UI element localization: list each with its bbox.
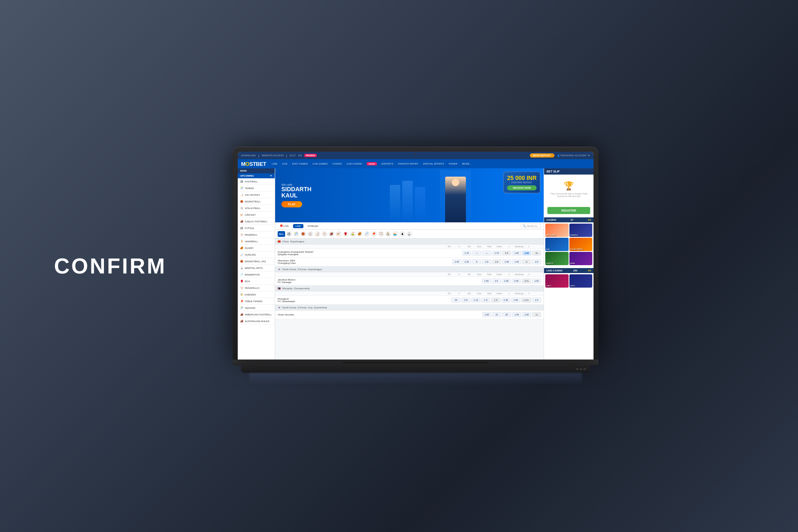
odd-2-w1[interactable]: 2.45 [452, 259, 461, 264]
odd-2-1[interactable]: 1.45 [512, 259, 521, 264]
tab-stream[interactable]: STREAM [305, 224, 320, 228]
sport-icon-badminton[interactable]: 🏸 [364, 231, 370, 237]
odd-m-x[interactable]: 5.9 [461, 298, 470, 303]
sport-icon-hockey[interactable]: 🏒 [315, 231, 320, 237]
nav-item-fast-games[interactable]: FAST GAMES [290, 159, 310, 168]
odd-k-2[interactable]: 1.52 [532, 278, 541, 283]
odd-u-under[interactable]: 1.92 [522, 312, 531, 317]
nav-item-live[interactable]: LIVE [280, 159, 289, 168]
sport-icon-soccer[interactable]: ⚽ [286, 231, 292, 237]
search-box[interactable]: 🔍 SEARCH... [521, 224, 541, 228]
nav-item-aviator[interactable]: aviator [365, 159, 379, 168]
odd-under[interactable]: 1.65 [512, 251, 521, 256]
odd-k-w2[interactable]: 2.35 [502, 278, 511, 283]
odd-m-2[interactable]: 2.3 [532, 298, 541, 303]
odd-2-w2[interactable]: 5 [472, 259, 481, 264]
sidebar-item-volleyball[interactable]: 🏐 VOLLEYBALL [238, 205, 275, 212]
promos-badge[interactable]: PROMOS [304, 154, 317, 157]
website-access[interactable]: WEBSITE ACCESS [261, 154, 283, 157]
odd-u-x[interactable]: 10 [492, 312, 501, 317]
nav-item-casino[interactable]: CASINO [330, 159, 344, 168]
sidebar-item-rugby[interactable]: 🏉 RUGBY [238, 245, 275, 251]
nav-item-esports[interactable]: ESPORTS [379, 159, 396, 168]
casino-game-solar[interactable]: SOLAR TEMPLE [569, 238, 593, 251]
sport-icon-swimming[interactable]: 🏊 [392, 231, 398, 237]
sidebar-item-martial-arts[interactable]: 🥋 MARTIAL ARTS [238, 265, 275, 271]
live-game-2[interactable]: LIVE 2 [569, 274, 593, 288]
casino-game-777[interactable]: LUCKY 8 [545, 252, 569, 265]
nav-item-live-games[interactable]: LIVE-GAMES [310, 159, 330, 168]
sport-icon-basketball[interactable]: 🏀 [300, 231, 306, 237]
sidebar-item-australian-rules[interactable]: 🏈 AUSTRALIAN RULES [238, 318, 275, 325]
sidebar-item-squash[interactable]: 🎾 SQUASH [238, 305, 275, 311]
register-button[interactable]: REGISTER [547, 207, 590, 214]
odd-m-over[interactable]: 1.5 [481, 298, 490, 303]
casino-game-doors[interactable]: DOORS III [569, 224, 593, 237]
odd-m-1[interactable]: 1.55 [511, 298, 520, 303]
live-game-1[interactable]: LIVE 1 [545, 274, 569, 288]
sidebar-item-hurling[interactable]: 🏑 HURLING [238, 251, 275, 258]
download-link[interactable]: DOWNLOAD [241, 154, 256, 157]
language-selector[interactable]: EN [298, 154, 302, 157]
odd-m-under[interactable]: 2.45 [501, 298, 510, 303]
casino-game-jetx[interactable]: JetX [545, 238, 569, 251]
odd-m-w2[interactable]: 1.14 [471, 298, 480, 303]
sidebar-item-futsal[interactable]: ⚽ FUTSAL [238, 225, 275, 232]
sidebar-item-box[interactable]: 🥊 BOX [238, 278, 275, 285]
odd-k-over[interactable]: 2.45 [512, 278, 521, 283]
all-sports-icon[interactable]: ALL [278, 231, 285, 237]
sport-icon-mma[interactable]: 🥋 [406, 231, 412, 237]
nav-item-line[interactable]: LINE [270, 159, 279, 168]
sidebar-upcoming-section[interactable]: UPCOMING ▼ [238, 173, 275, 178]
odd-u-w1[interactable]: 1.08 [482, 312, 491, 317]
live-casino-all[interactable]: All [588, 269, 591, 272]
sidebar-item-handball[interactable]: 🤾 HANDBALL [238, 238, 275, 245]
casino-all[interactable]: All [588, 219, 591, 221]
tab-line[interactable]: LINE [293, 224, 303, 228]
odd-2-over[interactable]: 2.8 [482, 259, 491, 264]
sidebar-item-tennis[interactable]: 🎾 TENNIS [238, 185, 275, 192]
personal-account[interactable]: 👤 PERSONAL ACCOUNT ▼ [557, 154, 590, 157]
odd-u-w2[interactable]: 2K [502, 312, 511, 317]
odd-w2[interactable]: — [482, 251, 491, 256]
casino-game-hot-coins[interactable]: HOT COINS [545, 224, 569, 237]
sidebar-item-kabaddi[interactable]: 🤼 KABADDI [238, 291, 275, 298]
sport-icon-bike[interactable]: 🚴 [385, 231, 391, 237]
sidebar-item-american-football[interactable]: 🏈 AMERICAN FOOTBALL [238, 311, 275, 318]
nav-item-live-casino[interactable]: LIVE-CASINO [344, 159, 364, 168]
sidebar-item-football[interactable]: ⚽ FOOTBALL [238, 178, 275, 185]
odd-k-x[interactable]: 2.5 [492, 278, 501, 283]
odd-over[interactable]: 2.75 [492, 251, 501, 256]
odd-w1[interactable]: 2.75 [462, 251, 471, 256]
sport-icon-archery[interactable]: 🏹 [378, 231, 384, 237]
sport-icon-football[interactable]: 🏈 [329, 231, 335, 237]
odd-2-under[interactable]: 1.45 [502, 259, 511, 264]
sport-icon-rugby[interactable]: 🏉 [357, 231, 363, 237]
sidebar-item-basketball[interactable]: 🏀 BASKETBALL [238, 198, 275, 205]
sidebar-item-baseball[interactable]: ⚾ BASEBALL [238, 232, 275, 238]
sport-icon-ping-pong[interactable]: 🏓 [371, 231, 377, 237]
odd-x[interactable]: — [472, 251, 481, 256]
casino-game-gods[interactable]: GODS [569, 252, 593, 265]
tab-live[interactable]: LIVE [278, 224, 291, 228]
odd-k-w1[interactable]: 1.55 [482, 278, 491, 283]
sidebar-item-pesapallo[interactable]: ⚾ PESAPALLO [238, 285, 275, 291]
odd-1[interactable]: 1.63 [522, 251, 531, 256]
sport-icon-chess[interactable]: ♟ [399, 231, 405, 237]
sport-icon-golf[interactable]: ⛳ [350, 231, 356, 237]
odd-u-over[interactable]: 1.40 [512, 312, 521, 317]
sport-icon-volleyball[interactable]: 🏐 [308, 231, 313, 237]
sport-icon-baseball[interactable]: ⚾ [322, 231, 328, 237]
nav-item-more[interactable]: MORE... [460, 159, 474, 168]
deposit-button[interactable]: $0.00 DEPOSIT [530, 153, 554, 158]
sport-icon-boxing[interactable]: 🥊 [343, 231, 349, 237]
sidebar-item-basketball-3x3[interactable]: 🏀 BASKETBALL 3X3 [238, 258, 275, 265]
sport-icon-cricket[interactable]: 🏏 [336, 231, 342, 237]
sport-icon-tennis[interactable]: 🎾 [293, 231, 299, 237]
sidebar-item-gaelic-football[interactable]: 🏈 GAELIC FOOTBALL [238, 218, 275, 225]
sidebar-item-cricket[interactable]: 🏏 CRICKET [238, 212, 275, 218]
hero-play-button[interactable]: PLAY [281, 201, 302, 207]
odd-2-2[interactable]: 2.6 [532, 259, 541, 264]
sidebar-item-table-tennis[interactable]: 🏓 TABLE TENNIS [238, 298, 275, 305]
nav-item-poker[interactable]: POKER [447, 159, 460, 168]
